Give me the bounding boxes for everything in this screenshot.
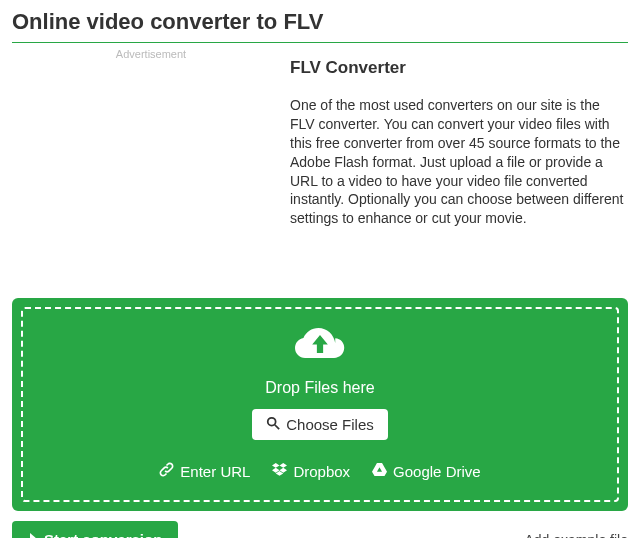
svg-line-1: [275, 425, 279, 429]
enter-url-button[interactable]: Enter URL: [159, 462, 250, 480]
drop-label: Drop Files here: [265, 379, 374, 397]
upload-cloud-icon: [295, 327, 345, 365]
search-icon: [266, 416, 280, 433]
page-title: Online video converter to FLV: [12, 9, 628, 43]
dropbox-label: Dropbox: [293, 463, 350, 480]
link-icon: [159, 462, 174, 480]
description-text: One of the most used converters on our s…: [290, 96, 628, 228]
start-conversion-label: Start conversion: [44, 531, 162, 538]
section-heading: FLV Converter: [290, 58, 628, 78]
google-drive-label: Google Drive: [393, 463, 481, 480]
add-example-file-link[interactable]: Add example file: [524, 532, 628, 538]
svg-point-0: [268, 418, 276, 426]
ad-slot: Advertisement: [12, 46, 290, 228]
ad-label: Advertisement: [12, 46, 290, 62]
start-conversion-button[interactable]: Start conversion: [12, 521, 178, 538]
file-dropzone[interactable]: Drop Files here Choose Files Enter URL: [12, 298, 628, 511]
enter-url-label: Enter URL: [180, 463, 250, 480]
choose-files-button[interactable]: Choose Files: [252, 409, 388, 440]
choose-files-label: Choose Files: [286, 416, 374, 433]
chevron-right-icon: [28, 531, 38, 538]
google-drive-icon: [372, 462, 387, 480]
dropbox-button[interactable]: Dropbox: [272, 462, 350, 480]
google-drive-button[interactable]: Google Drive: [372, 462, 481, 480]
dropbox-icon: [272, 462, 287, 480]
